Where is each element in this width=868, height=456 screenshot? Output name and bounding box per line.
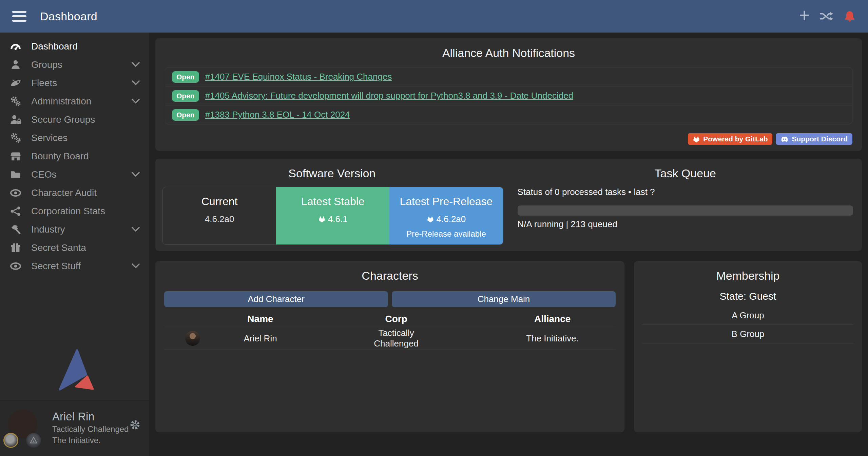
sidebar-item-label: Secret Stuff [31, 261, 81, 272]
notification-item: Open #1407 EVE Equinox Status - Breaking… [165, 67, 852, 86]
characters-table-header: Name Corp Alliance [164, 311, 616, 327]
status-badge: Open [172, 90, 199, 102]
status-card: Software Version Current 4.6.2a0 Latest … [155, 159, 862, 251]
notification-item: Open #1405 Advisory: Future development … [165, 86, 852, 105]
gauge-icon [7, 41, 24, 52]
sidebar-item-character-audit[interactable]: Character Audit [0, 184, 149, 202]
version-label: Latest Stable [276, 195, 389, 208]
chevron-down-icon [132, 80, 140, 86]
discord-icon [780, 136, 789, 142]
add-character-button[interactable]: Add Character [164, 291, 388, 307]
badge-label: Powered by GitLab [703, 135, 768, 143]
membership-state: State: Guest [642, 291, 854, 302]
folder-icon [7, 169, 24, 180]
user-panel[interactable]: Ariel Rin Tactically Challenged The Init… [0, 400, 149, 456]
sidebar-item-dashboard[interactable]: Dashboard [0, 37, 149, 56]
version-latest-prerelease: Latest Pre-Release 4.6.2a0 Pre-Release a… [389, 187, 503, 244]
gitlab-icon [427, 216, 434, 223]
version-number: 4.6.1 [328, 214, 348, 224]
top-navbar: Dashboard + [0, 0, 868, 33]
notifications-footer: Powered by GitLab Support Discord [688, 133, 852, 145]
chevron-down-icon [132, 227, 140, 232]
column-header-corp: Corp [356, 314, 436, 324]
sidebar-item-administration[interactable]: Administration [0, 92, 149, 111]
status-badge: Open [172, 109, 199, 121]
sidebar-nav: Dashboard Groups Fleets [0, 33, 149, 275]
sidebar-item-label: Character Audit [31, 187, 97, 198]
chevron-down-icon [132, 263, 140, 269]
sidebar-item-services[interactable]: Services [0, 129, 149, 147]
task-queue-counts: N/A running | 213 queued [518, 219, 853, 230]
task-queue-section: Task Queue Status of 0 processed tasks •… [509, 159, 862, 251]
alliance-auth-logo [0, 349, 149, 392]
page-title: Dashboard [40, 10, 97, 23]
membership-group-list: A Group B Group [642, 306, 854, 343]
user-settings-gear-icon[interactable] [130, 419, 140, 430]
shuffle-icon[interactable] [820, 11, 833, 22]
user-corp: Tactically Challenged [52, 423, 129, 435]
character-corp: Tactically Challenged [356, 328, 436, 349]
sidebar-item-secure-groups[interactable]: Secure Groups [0, 111, 149, 129]
change-main-button[interactable]: Change Main [392, 291, 616, 307]
sidebar-item-fleets[interactable]: Fleets [0, 74, 149, 92]
main-content: Alliance Auth Notifications Open #1407 E… [149, 33, 868, 456]
sidebar-item-label: Corporation Stats [31, 206, 105, 217]
user-corp-badge [3, 433, 18, 448]
user-lock-icon [7, 114, 24, 125]
sidebar-item-secret-santa[interactable]: Secret Santa [0, 239, 149, 257]
eye-icon [7, 260, 24, 272]
software-version-title: Software Version [155, 159, 509, 180]
sidebar-item-label: Secure Groups [31, 114, 95, 125]
sidebar-item-label: Administration [31, 96, 91, 107]
share-icon [7, 205, 24, 217]
notification-link[interactable]: #1407 EVE Equinox Status - Breaking Chan… [205, 72, 392, 82]
membership-title: Membership [642, 261, 854, 282]
shuttle-icon [7, 77, 24, 89]
user-info: Ariel Rin Tactically Challenged The Init… [52, 409, 129, 446]
notification-link[interactable]: #1405 Advisory: Future development will … [205, 91, 573, 101]
gitlab-icon [318, 216, 326, 223]
character-avatar [185, 331, 200, 346]
characters-card: Characters Add Character Change Main Nam… [155, 261, 624, 432]
notifications-card: Alliance Auth Notifications Open #1407 E… [155, 38, 862, 151]
version-current: Current 4.6.2a0 [163, 187, 276, 244]
task-queue-title: Task Queue [509, 159, 862, 180]
badge-label: Support Discord [792, 135, 848, 143]
sidebar-item-groups[interactable]: Groups [0, 56, 149, 74]
menu-toggle-icon[interactable] [12, 11, 26, 22]
sidebar-item-corporation-stats[interactable]: Corporation Stats [0, 202, 149, 220]
membership-group: B Group [642, 325, 854, 343]
user-alliance-badge [26, 433, 41, 448]
version-label: Current [163, 195, 276, 208]
gift-icon [7, 242, 24, 254]
task-queue-status: Status of 0 processed tasks • last ? [518, 187, 853, 197]
powered-by-gitlab-badge[interactable]: Powered by GitLab [688, 133, 772, 145]
character-row: Ariel Rin Tactically Challenged The Init… [164, 327, 616, 350]
store-icon [7, 151, 24, 162]
sidebar-item-bounty-board[interactable]: Bounty Board [0, 147, 149, 165]
gears-icon [7, 96, 24, 107]
sidebar: Dashboard Groups Fleets [0, 33, 149, 456]
navbar-actions: + [799, 10, 856, 22]
notifications-title: Alliance Auth Notifications [165, 38, 852, 60]
notification-link[interactable]: #1383 Python 3.8 EOL - 14 Oct 2024 [205, 110, 350, 120]
user-name: Ariel Rin [52, 410, 129, 423]
sidebar-item-label: Industry [31, 224, 65, 235]
column-header-name: Name [164, 314, 356, 324]
sidebar-item-label: Dashboard [31, 41, 78, 52]
support-discord-badge[interactable]: Support Discord [776, 133, 852, 145]
user-avatar-stack [7, 409, 44, 446]
user-alliance: The Initiative. [52, 435, 129, 446]
version-number: 4.6.2a0 [437, 214, 466, 224]
sidebar-item-label: Fleets [31, 78, 57, 88]
sidebar-item-ceos[interactable]: CEOs [0, 165, 149, 184]
add-icon[interactable]: + [799, 15, 810, 18]
notifications-bell-icon[interactable] [844, 10, 856, 22]
sidebar-item-label: Secret Santa [31, 242, 86, 253]
notifications-list: Open #1407 EVE Equinox Status - Breaking… [165, 67, 852, 124]
chevron-down-icon [132, 172, 140, 177]
sidebar-item-industry[interactable]: Industry [0, 220, 149, 239]
sidebar-item-label: Bounty Board [31, 151, 89, 162]
sidebar-item-secret-stuff[interactable]: Secret Stuff [0, 257, 149, 275]
status-badge: Open [172, 71, 199, 83]
